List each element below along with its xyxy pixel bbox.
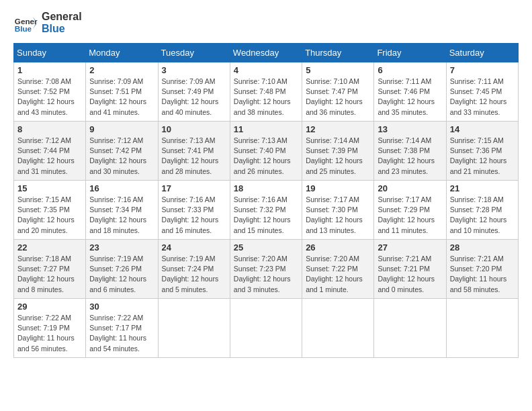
calendar-day: 22Sunrise: 7:18 AMSunset: 7:27 PMDayligh…: [14, 240, 86, 299]
calendar-day: 3Sunrise: 7:09 AMSunset: 7:49 PMDaylight…: [158, 62, 230, 122]
calendar-day: 2Sunrise: 7:09 AMSunset: 7:51 PMDaylight…: [86, 62, 158, 122]
weekday-header: Tuesday: [158, 44, 230, 62]
calendar-day: 14Sunrise: 7:15 AMSunset: 7:36 PMDayligh…: [446, 122, 518, 181]
calendar-day: 4Sunrise: 7:10 AMSunset: 7:48 PMDaylight…: [230, 62, 302, 122]
calendar-day: 1Sunrise: 7:08 AMSunset: 7:52 PMDaylight…: [14, 62, 86, 122]
calendar-day: [446, 299, 518, 358]
calendar-day: 17Sunrise: 7:16 AMSunset: 7:33 PMDayligh…: [158, 181, 230, 240]
calendar-table: SundayMondayTuesdayWednesdayThursdayFrid…: [13, 43, 519, 358]
calendar-week-row: 1Sunrise: 7:08 AMSunset: 7:52 PMDaylight…: [14, 62, 519, 122]
calendar-day: 13Sunrise: 7:14 AMSunset: 7:38 PMDayligh…: [374, 122, 446, 181]
weekday-header: Wednesday: [230, 44, 302, 62]
calendar-day: 18Sunrise: 7:16 AMSunset: 7:32 PMDayligh…: [230, 181, 302, 240]
weekday-header: Saturday: [446, 44, 518, 62]
calendar-day: 11Sunrise: 7:13 AMSunset: 7:40 PMDayligh…: [230, 122, 302, 181]
weekday-header: Sunday: [14, 44, 86, 62]
calendar-day: 24Sunrise: 7:19 AMSunset: 7:24 PMDayligh…: [158, 240, 230, 299]
calendar-day: 25Sunrise: 7:20 AMSunset: 7:23 PMDayligh…: [230, 240, 302, 299]
calendar-day: 16Sunrise: 7:16 AMSunset: 7:34 PMDayligh…: [86, 181, 158, 240]
logo-icon: General Blue: [13, 11, 38, 35]
calendar-day: [374, 299, 446, 358]
calendar-day: 20Sunrise: 7:17 AMSunset: 7:29 PMDayligh…: [374, 181, 446, 240]
weekday-header: Friday: [374, 44, 446, 62]
calendar-week-row: 22Sunrise: 7:18 AMSunset: 7:27 PMDayligh…: [14, 240, 519, 299]
calendar-week-row: 29Sunrise: 7:22 AMSunset: 7:19 PMDayligh…: [14, 299, 519, 358]
weekday-header-row: SundayMondayTuesdayWednesdayThursdayFrid…: [14, 44, 519, 62]
calendar-day: 19Sunrise: 7:17 AMSunset: 7:30 PMDayligh…: [302, 181, 374, 240]
calendar-day: [302, 299, 374, 358]
calendar-day: 28Sunrise: 7:21 AMSunset: 7:20 PMDayligh…: [446, 240, 518, 299]
calendar-day: [230, 299, 302, 358]
page-header: General Blue General Blue: [13, 11, 519, 35]
calendar-week-row: 15Sunrise: 7:15 AMSunset: 7:35 PMDayligh…: [14, 181, 519, 240]
calendar-day: 29Sunrise: 7:22 AMSunset: 7:19 PMDayligh…: [14, 299, 86, 358]
calendar-day: 30Sunrise: 7:22 AMSunset: 7:17 PMDayligh…: [86, 299, 158, 358]
calendar-day: 8Sunrise: 7:12 AMSunset: 7:44 PMDaylight…: [14, 122, 86, 181]
calendar-day: 7Sunrise: 7:11 AMSunset: 7:45 PMDaylight…: [446, 62, 518, 122]
calendar-day: 12Sunrise: 7:14 AMSunset: 7:39 PMDayligh…: [302, 122, 374, 181]
calendar-day: 10Sunrise: 7:13 AMSunset: 7:41 PMDayligh…: [158, 122, 230, 181]
calendar-day: 27Sunrise: 7:21 AMSunset: 7:21 PMDayligh…: [374, 240, 446, 299]
calendar-day: 9Sunrise: 7:12 AMSunset: 7:42 PMDaylight…: [86, 122, 158, 181]
weekday-header: Monday: [86, 44, 158, 62]
calendar-day: [158, 299, 230, 358]
logo: General Blue General Blue: [13, 11, 82, 35]
calendar-day: 26Sunrise: 7:20 AMSunset: 7:22 PMDayligh…: [302, 240, 374, 299]
calendar-day: 23Sunrise: 7:19 AMSunset: 7:26 PMDayligh…: [86, 240, 158, 299]
calendar-day: 5Sunrise: 7:10 AMSunset: 7:47 PMDaylight…: [302, 62, 374, 122]
calendar-week-row: 8Sunrise: 7:12 AMSunset: 7:44 PMDaylight…: [14, 122, 519, 181]
svg-text:Blue: Blue: [15, 24, 32, 33]
calendar-day: 15Sunrise: 7:15 AMSunset: 7:35 PMDayligh…: [14, 181, 86, 240]
calendar-day: 21Sunrise: 7:18 AMSunset: 7:28 PMDayligh…: [446, 181, 518, 240]
calendar-day: 6Sunrise: 7:11 AMSunset: 7:46 PMDaylight…: [374, 62, 446, 122]
weekday-header: Thursday: [302, 44, 374, 62]
